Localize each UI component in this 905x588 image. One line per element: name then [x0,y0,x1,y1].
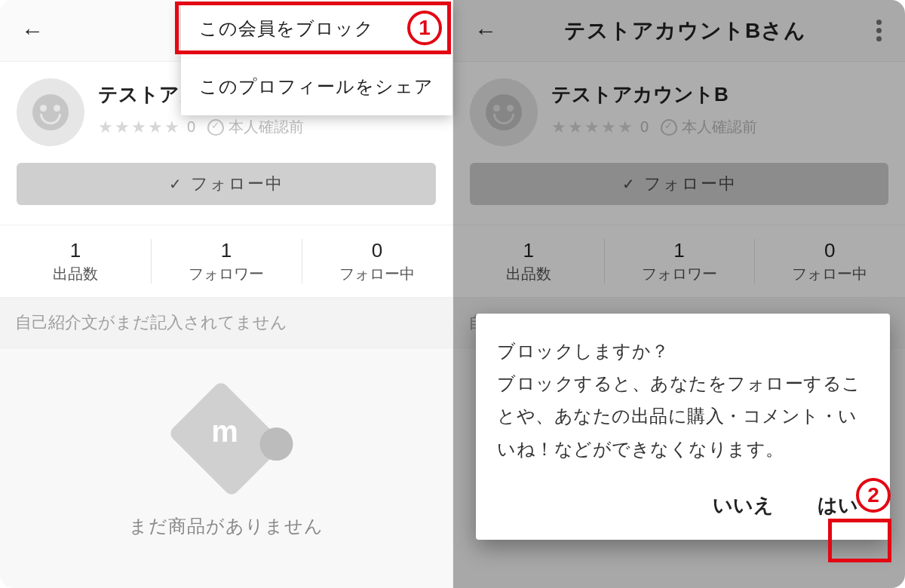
check-icon: ✓ [169,175,183,193]
menu-block-user[interactable]: この会員をブロック [181,0,452,57]
dialog-text: ブロックすると、あなたをフォローすることや、あなたの出品に購入・コメント・いいね… [497,367,869,465]
stat-following[interactable]: 0 フォロー中 [302,225,452,297]
dialog-title: ブロックしますか？ [497,335,869,367]
verify-status: 本人確認前 [229,117,304,137]
follow-button[interactable]: ✓ フォロー中 [17,163,436,205]
dialog-actions: いいえ はい [497,486,869,525]
left-pane: ← テストア テストアカウントB ★★★★★ 0 本人確認前 ✓ フォロー中 1 [0,0,452,588]
right-pane: ← テストアカウントBさん テストアカウントB ★★★★★ 0 本人確認前 ✓ … [452,0,905,588]
stat-followers[interactable]: 1 フォロワー [151,225,302,297]
empty-listings: m まだ商品がありません [0,348,452,538]
empty-message: まだ商品がありません [129,514,324,538]
menu-share-profile[interactable]: このプロフィールをシェア [181,57,452,115]
avatar-icon[interactable] [17,78,84,146]
dialog-yes-button[interactable]: はい [807,486,869,525]
stats-row: 1 出品数 1 フォロワー 0 フォロー中 [0,225,452,297]
bio-placeholder: 自己紹介文がまだ記入されてません [0,297,452,348]
rating-count: 0 [187,118,195,136]
dialog-body: ブロックしますか？ ブロックすると、あなたをフォローすることや、あなたの出品に購… [497,335,869,465]
shield-check-icon [207,119,224,136]
back-arrow-icon[interactable]: ← [14,14,51,48]
mercari-box-icon: m [167,380,285,498]
dialog-no-button[interactable]: いいえ [702,486,784,525]
block-confirm-dialog: ブロックしますか？ ブロックすると、あなたをフォローすることや、あなたの出品に購… [476,314,890,540]
stat-listings[interactable]: 1 出品数 [0,225,151,297]
profile-meta: ★★★★★ 0 本人確認前 [98,117,436,137]
overflow-menu: この会員をブロック このプロフィールをシェア [181,0,452,115]
star-rating-icon: ★★★★★ [98,118,181,137]
follow-label: フォロー中 [191,173,284,195]
